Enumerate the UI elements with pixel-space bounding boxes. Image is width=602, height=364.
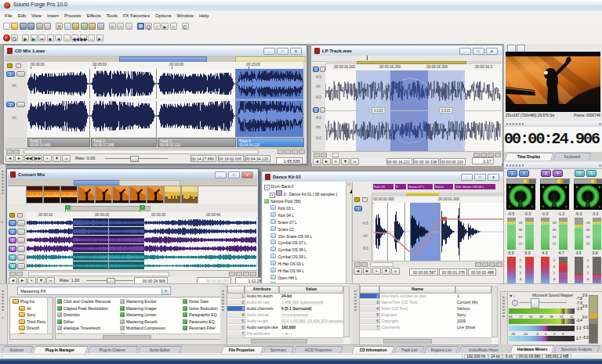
svg-text:0.015: 0.015 bbox=[441, 109, 451, 113]
svg-text:0.015: 0.015 bbox=[374, 109, 383, 113]
